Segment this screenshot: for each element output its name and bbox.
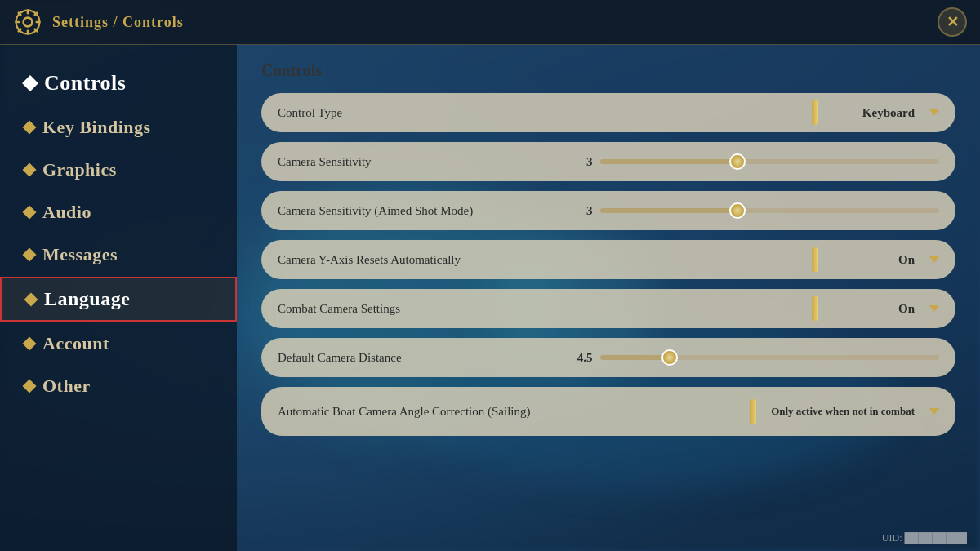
camera-y-axis-label: Camera Y-Axis Resets Automatically xyxy=(278,253,804,267)
gear-icon xyxy=(13,7,42,37)
window-title: Settings / Controls xyxy=(52,14,184,31)
boat-camera-value: Only active when not in combat xyxy=(771,405,915,419)
camera-sensitivity-aimed-value: 3 xyxy=(568,204,592,218)
diamond-icon xyxy=(22,75,38,91)
diamond-icon xyxy=(24,292,38,306)
gold-bar-control-type xyxy=(812,100,818,125)
slider-track xyxy=(600,355,939,360)
boat-camera-dropdown-arrow[interactable] xyxy=(929,408,939,415)
sidebar-item-other-label: Other xyxy=(42,375,91,397)
slider-thumb[interactable] xyxy=(662,349,678,366)
combat-camera-value: On xyxy=(833,302,915,316)
setting-row-camera-sensitivity-aimed[interactable]: Camera Sensitivity (Aimed Shot Mode) 3 xyxy=(261,191,956,230)
slider-fill xyxy=(600,355,668,360)
setting-row-control-type[interactable]: Control Type Keyboard xyxy=(261,93,956,132)
slider-track xyxy=(600,159,939,164)
sidebar-item-controls-label: Controls xyxy=(44,71,126,96)
slider-track xyxy=(600,208,939,213)
sidebar-item-audio-label: Audio xyxy=(42,202,91,223)
sidebar-item-keybindings-label: Key Bindings xyxy=(42,117,151,138)
close-button[interactable]: ✕ xyxy=(938,7,967,37)
combat-camera-label: Combat Camera Settings xyxy=(278,302,804,316)
default-camera-distance-label: Default Camera Distance xyxy=(278,351,559,365)
slider-thumb[interactable] xyxy=(729,153,746,170)
diamond-icon xyxy=(23,248,37,262)
gold-bar-y-axis xyxy=(812,247,818,272)
sidebar-item-other[interactable]: Other xyxy=(0,366,237,407)
control-type-label: Control Type xyxy=(278,106,804,120)
sidebar-item-language[interactable]: Language xyxy=(0,277,237,322)
camera-y-axis-dropdown-arrow[interactable] xyxy=(929,256,939,263)
setting-row-boat-camera[interactable]: Automatic Boat Camera Angle Correction (… xyxy=(261,387,956,436)
sidebar-item-audio[interactable]: Audio xyxy=(0,192,237,233)
panel-title: Controls xyxy=(261,61,956,80)
sidebar-item-key-bindings[interactable]: Key Bindings xyxy=(0,107,237,148)
sidebar-item-graphics[interactable]: Graphics xyxy=(0,149,237,190)
sidebar-item-account[interactable]: Account xyxy=(0,323,237,364)
sidebar-item-controls[interactable]: Controls xyxy=(0,61,237,105)
sidebar-item-messages[interactable]: Messages xyxy=(0,234,237,275)
setting-row-default-camera-distance[interactable]: Default Camera Distance 4.5 xyxy=(261,338,956,377)
diamond-icon xyxy=(23,121,37,135)
camera-y-axis-value: On xyxy=(833,253,915,267)
default-camera-distance-slider[interactable] xyxy=(600,355,939,360)
right-panel: Controls Control Type Keyboard Camera Se… xyxy=(237,45,980,551)
gold-bar-combat-camera xyxy=(812,296,818,321)
main-content: Controls Key Bindings Graphics Audio Mes… xyxy=(0,45,980,551)
diamond-icon xyxy=(23,163,37,177)
sidebar-item-messages-label: Messages xyxy=(42,244,118,265)
camera-sensitivity-aimed-slider[interactable] xyxy=(600,208,939,213)
setting-row-camera-sensitivity[interactable]: Camera Sensitivity 3 xyxy=(261,142,956,181)
camera-sensitivity-aimed-label: Camera Sensitivity (Aimed Shot Mode) xyxy=(278,204,559,218)
setting-row-combat-camera[interactable]: Combat Camera Settings On xyxy=(261,289,956,328)
slider-fill xyxy=(600,208,736,213)
control-type-value: Keyboard xyxy=(833,106,915,120)
sidebar-item-account-label: Account xyxy=(42,333,109,354)
sidebar-item-graphics-label: Graphics xyxy=(42,159,117,180)
diamond-icon xyxy=(23,380,37,393)
sidebar-item-language-label: Language xyxy=(44,288,130,310)
control-type-dropdown-arrow[interactable] xyxy=(929,109,939,116)
sidebar: Controls Key Bindings Graphics Audio Mes… xyxy=(0,45,237,551)
diamond-icon xyxy=(23,206,37,220)
combat-camera-dropdown-arrow[interactable] xyxy=(929,305,939,312)
slider-thumb[interactable] xyxy=(729,202,746,219)
camera-sensitivity-value: 3 xyxy=(568,155,592,169)
default-camera-distance-value: 4.5 xyxy=(568,351,592,365)
top-bar: Settings / Controls ✕ xyxy=(0,0,980,45)
boat-camera-label: Automatic Boat Camera Angle Correction (… xyxy=(278,405,742,419)
slider-fill xyxy=(600,159,736,164)
svg-point-0 xyxy=(24,18,33,27)
gold-bar-boat-camera xyxy=(750,399,756,424)
top-bar-left: Settings / Controls xyxy=(13,7,184,37)
camera-sensitivity-slider[interactable] xyxy=(600,159,939,164)
camera-sensitivity-label: Camera Sensitivity xyxy=(278,155,559,169)
diamond-icon xyxy=(23,337,37,351)
setting-row-camera-y-axis[interactable]: Camera Y-Axis Resets Automatically On xyxy=(261,240,956,279)
